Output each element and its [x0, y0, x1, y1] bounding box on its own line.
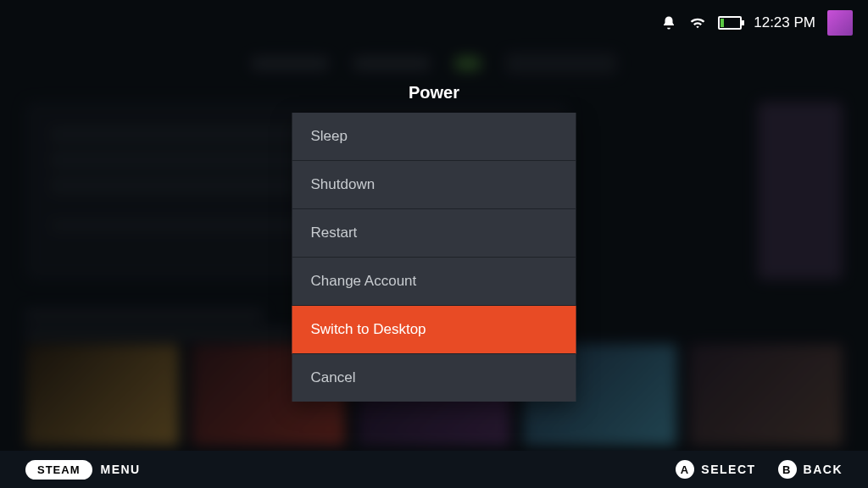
hint-select: A SELECT: [676, 460, 755, 479]
menu-item-restart[interactable]: Restart: [292, 209, 576, 258]
menu-item-cancel[interactable]: Cancel: [292, 354, 576, 402]
menu-item-shutdown[interactable]: Shutdown: [292, 161, 576, 209]
battery-icon: [718, 16, 742, 30]
menu-item-sleep[interactable]: Sleep: [292, 113, 576, 161]
menu-item-change-account[interactable]: Change Account: [292, 258, 576, 306]
menu-item-switch-desktop[interactable]: Switch to Desktop: [292, 306, 576, 354]
menu-label: MENU: [101, 463, 141, 476]
status-bar: 12:23 PM: [660, 10, 853, 36]
a-button-icon: A: [676, 460, 694, 479]
hint-back: B BACK: [778, 460, 843, 479]
hint-select-label: SELECT: [701, 463, 755, 476]
avatar[interactable]: [827, 10, 853, 36]
bell-icon: [660, 14, 677, 31]
steam-button[interactable]: STEAM: [25, 460, 92, 480]
hint-back-label: BACK: [804, 463, 843, 476]
power-menu: Sleep Shutdown Restart Change Account Sw…: [292, 113, 576, 402]
clock: 12:23 PM: [754, 14, 815, 31]
bottom-bar: STEAM MENU A SELECT B BACK: [0, 451, 868, 488]
wifi-icon: [689, 14, 706, 31]
power-menu-title: Power: [409, 83, 459, 103]
b-button-icon: B: [778, 460, 797, 479]
